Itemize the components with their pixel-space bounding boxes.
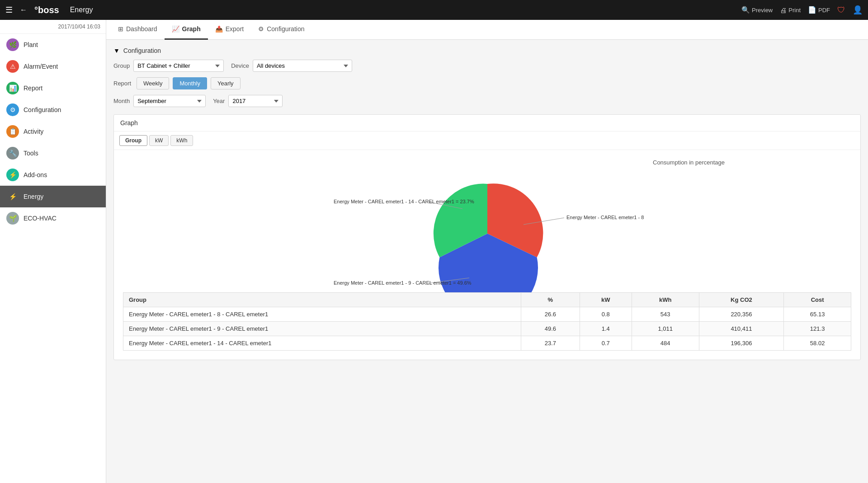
sidebar-item-eco[interactable]: 🌱 ECO-HVAC — [0, 207, 106, 229]
addons-icon: ⚡ — [6, 169, 19, 181]
plant-icon: 🌿 — [6, 38, 19, 51]
datetime-display: 2017/10/04 16:03 — [0, 20, 106, 34]
cell-pct: 49.6 — [521, 322, 580, 336]
dashboard-tab-icon: ⊞ — [118, 25, 123, 33]
report-btn-weekly[interactable]: Weekly — [137, 77, 169, 89]
report-label: Report — [113, 80, 131, 87]
col-header-kwh: kWh — [632, 293, 699, 307]
table-row: Energy Meter - CAREL emeter1 - 9 - CAREL… — [123, 322, 851, 336]
col-header-pct: % — [521, 293, 580, 307]
sidebar: 2017/10/04 16:03 🌿 Plant ⚠ Alarm/Event 📊… — [0, 20, 106, 483]
graph-tab-group[interactable]: Group — [119, 135, 147, 146]
tab-bar: ⊞ Dashboard 📈 Graph 📤 Export ⚙ Configura… — [106, 20, 868, 40]
page-title: Energy — [70, 6, 93, 14]
pdf-button[interactable]: 📄 PDF — [808, 6, 830, 14]
sidebar-item-energy[interactable]: ⚡ Energy — [0, 186, 106, 207]
sidebar-item-configuration[interactable]: ⚙ Configuration — [0, 99, 106, 121]
cell-group: Energy Meter - CAREL emeter1 - 9 - CAREL… — [123, 322, 521, 336]
config-header: ▼ Configuration — [113, 47, 861, 54]
table-header-row: Group % kW kWh Kg CO2 Cost — [123, 293, 851, 307]
month-year-row: Month JanuaryFebruaryMarchApril MayJuneJ… — [113, 95, 861, 107]
tab-export[interactable]: 📤 Export — [208, 20, 251, 40]
back-button[interactable]: ← — [20, 6, 27, 14]
month-form-group: Month JanuaryFebruaryMarchApril MayJuneJ… — [113, 95, 206, 107]
sidebar-label-activity: Activity — [24, 128, 43, 135]
sidebar-label-tools: Tools — [24, 150, 38, 157]
eco-icon: 🌱 — [6, 212, 19, 225]
chart-title-container: Consumption in percentage — [123, 159, 851, 166]
cell-kwh: 1,011 — [632, 322, 699, 336]
tab-dashboard[interactable]: ⊞ Dashboard — [111, 20, 165, 40]
label-text-blue: Energy Meter - CAREL emeter1 - 9 - CAREL… — [334, 280, 472, 286]
print-button[interactable]: 🖨 Print — [780, 6, 801, 14]
config-tab-icon: ⚙ — [258, 25, 264, 33]
cell-kw: 0.7 — [580, 336, 632, 351]
chart-area: Consumption in percentage — [114, 150, 860, 360]
sidebar-label-config: Configuration — [24, 106, 61, 113]
print-icon: 🖨 — [780, 6, 787, 14]
table-row: Energy Meter - CAREL emeter1 - 8 - CAREL… — [123, 307, 851, 322]
sidebar-item-addons[interactable]: ⚡ Add-ons — [0, 164, 106, 186]
cell-pct: 23.7 — [521, 336, 580, 351]
cell-co2: 196,306 — [699, 336, 784, 351]
cell-co2: 410,411 — [699, 322, 784, 336]
year-select[interactable]: 2015201620172018 — [228, 95, 283, 107]
topbar-actions: 🔍 Preview 🖨 Print 📄 PDF 🛡 👤 — [741, 5, 863, 15]
sidebar-item-plant[interactable]: 🌿 Plant — [0, 34, 106, 56]
chart-title: Consumption in percentage — [653, 159, 725, 166]
cell-group: Energy Meter - CAREL emeter1 - 8 - CAREL… — [123, 307, 521, 322]
sidebar-item-activity[interactable]: 📋 Activity — [0, 121, 106, 142]
pie-chart-svg: Energy Meter - CAREL emeter1 - 8 - CAREL… — [329, 166, 646, 292]
graph-section-header: Graph — [114, 115, 860, 131]
menu-icon[interactable]: ☰ — [5, 5, 13, 15]
graph-tab-kw[interactable]: kW — [149, 135, 169, 146]
tab-graph[interactable]: 📈 Graph — [165, 20, 208, 40]
report-btn-yearly[interactable]: Yearly — [211, 77, 241, 89]
config-collapse-button[interactable]: ▼ — [113, 47, 120, 54]
config-section-label: Configuration — [123, 47, 161, 54]
sidebar-label-alarm: Alarm/Event — [24, 63, 58, 70]
cell-kwh: 543 — [632, 307, 699, 322]
report-btn-monthly[interactable]: Monthly — [173, 77, 207, 89]
group-form-group: Group BT Cabinet + Chiller — [113, 60, 224, 72]
group-label: Group — [113, 62, 130, 69]
year-form-group: Year 2015201620172018 — [213, 95, 283, 107]
user-icon[interactable]: 👤 — [853, 5, 863, 15]
sidebar-item-alarm[interactable]: ⚠ Alarm/Event — [0, 56, 106, 77]
logo: °boss — [34, 5, 59, 15]
label-text-red: Energy Meter - CAREL emeter1 - 8 - CAREL… — [566, 215, 646, 220]
group-select[interactable]: BT Cabinet + Chiller — [133, 60, 224, 72]
pdf-icon: 📄 — [808, 6, 816, 14]
shield-icon: 🛡 — [837, 5, 845, 15]
tab-configuration[interactable]: ⚙ Configuration — [251, 20, 311, 40]
sidebar-label-report: Report — [24, 84, 42, 92]
graph-tab-icon: 📈 — [172, 25, 179, 33]
export-tab-icon: 📤 — [215, 25, 223, 33]
main-layout: 2017/10/04 16:03 🌿 Plant ⚠ Alarm/Event 📊… — [0, 20, 868, 483]
col-header-kw: kW — [580, 293, 632, 307]
sidebar-label-energy: Energy — [24, 193, 43, 200]
preview-button[interactable]: 🔍 Preview — [741, 6, 773, 14]
report-row: Report Weekly Monthly Yearly — [113, 77, 861, 89]
content-area: ⊞ Dashboard 📈 Graph 📤 Export ⚙ Configura… — [106, 20, 868, 483]
alarm-icon: ⚠ — [6, 60, 19, 73]
cell-cost: 121.3 — [784, 322, 851, 336]
config-icon: ⚙ — [6, 103, 19, 116]
cell-co2: 220,356 — [699, 307, 784, 322]
cell-pct: 26.6 — [521, 307, 580, 322]
page-content: ▼ Configuration Group BT Cabinet + Chill… — [106, 40, 868, 483]
report-icon: 📊 — [6, 82, 19, 94]
month-select[interactable]: JanuaryFebruaryMarchApril MayJuneJulyAug… — [133, 95, 206, 107]
graph-tab-kwh[interactable]: kWh — [170, 135, 193, 146]
activity-icon: 📋 — [6, 125, 19, 138]
month-label: Month — [113, 98, 130, 104]
cell-kwh: 484 — [632, 336, 699, 351]
sidebar-item-report[interactable]: 📊 Report — [0, 77, 106, 99]
cell-cost: 65.13 — [784, 307, 851, 322]
pie-chart-container: Energy Meter - CAREL emeter1 - 8 - CAREL… — [329, 166, 646, 292]
sidebar-label-plant: Plant — [24, 41, 38, 48]
device-select[interactable]: All devices — [253, 60, 352, 72]
label-text-green: Energy Meter - CAREL emeter1 - 14 - CARE… — [334, 199, 474, 204]
cell-cost: 58.02 — [784, 336, 851, 351]
sidebar-item-tools[interactable]: 🔧 Tools — [0, 142, 106, 164]
